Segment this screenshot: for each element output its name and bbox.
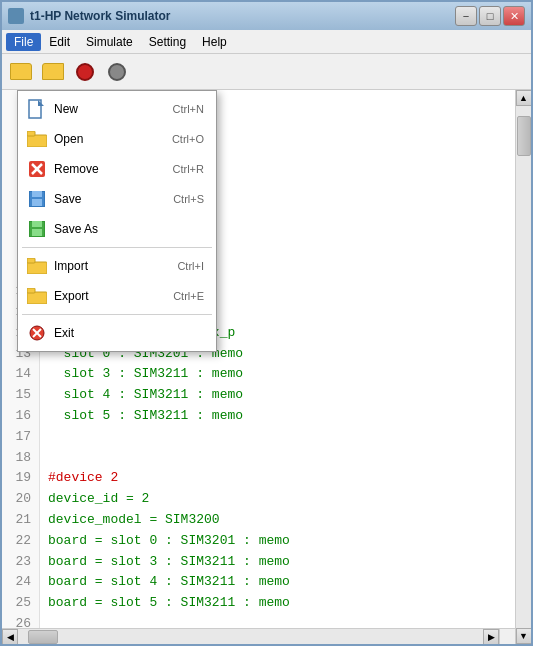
svg-rect-12 xyxy=(32,229,42,236)
record-red-icon xyxy=(76,63,94,81)
menu-separator-2 xyxy=(22,314,212,315)
menu-item-saveas[interactable]: Save As xyxy=(18,214,216,244)
exit-icon xyxy=(26,322,48,344)
exit-label: Exit xyxy=(54,326,184,340)
folder-open-icon xyxy=(42,63,64,80)
save-icon xyxy=(26,188,48,210)
folder-closed-icon xyxy=(10,63,32,80)
menu-item-import[interactable]: Import Ctrl+I xyxy=(18,251,216,281)
export-label: Export xyxy=(54,289,153,303)
import-label: Import xyxy=(54,259,157,273)
app-icon xyxy=(8,8,24,24)
svg-rect-13 xyxy=(27,262,47,274)
menu-bar: File Edit Simulate Setting Help xyxy=(2,30,531,54)
menu-setting[interactable]: Setting xyxy=(141,33,194,51)
svg-rect-3 xyxy=(27,131,35,136)
menu-help[interactable]: Help xyxy=(194,33,235,51)
minimize-button[interactable]: − xyxy=(455,6,477,26)
dropdown-overlay: New Ctrl+N Open Ctrl+O xyxy=(2,90,531,644)
open-shortcut: Ctrl+O xyxy=(172,133,204,145)
file-dropdown-menu: New Ctrl+N Open Ctrl+O xyxy=(17,90,217,352)
menu-item-open[interactable]: Open Ctrl+O xyxy=(18,124,216,154)
new-shortcut: Ctrl+N xyxy=(173,103,204,115)
save-label: Save xyxy=(54,192,153,206)
menu-item-remove[interactable]: Remove Ctrl+R xyxy=(18,154,216,184)
toolbar-record-gray-btn[interactable] xyxy=(102,58,132,86)
menu-separator-1 xyxy=(22,247,212,248)
export-icon xyxy=(26,285,48,307)
main-area: 7 8 9 10 11 12 13 14 15 16 17 18 19 20 2… xyxy=(2,90,531,644)
svg-rect-11 xyxy=(32,221,42,227)
main-window: t1-HP Network Simulator − □ ✕ File Edit … xyxy=(0,0,533,646)
new-icon xyxy=(26,98,48,120)
svg-rect-9 xyxy=(32,199,42,206)
close-button[interactable]: ✕ xyxy=(503,6,525,26)
menu-file[interactable]: File xyxy=(6,33,41,51)
svg-rect-2 xyxy=(27,135,47,147)
open-icon xyxy=(26,128,48,150)
saveas-icon xyxy=(26,218,48,240)
record-gray-icon xyxy=(108,63,126,81)
title-bar: t1-HP Network Simulator − □ ✕ xyxy=(2,2,531,30)
toolbar-open-folder-btn[interactable] xyxy=(38,58,68,86)
new-label: New xyxy=(54,102,153,116)
menu-edit[interactable]: Edit xyxy=(41,33,78,51)
remove-icon xyxy=(26,158,48,180)
import-shortcut: Ctrl+I xyxy=(177,260,204,272)
menu-item-exit[interactable]: Exit xyxy=(18,318,216,348)
menu-item-save[interactable]: Save Ctrl+S xyxy=(18,184,216,214)
remove-shortcut: Ctrl+R xyxy=(173,163,204,175)
remove-label: Remove xyxy=(54,162,153,176)
maximize-button[interactable]: □ xyxy=(479,6,501,26)
export-shortcut: Ctrl+E xyxy=(173,290,204,302)
toolbar-record-red-btn[interactable] xyxy=(70,58,100,86)
import-icon xyxy=(26,255,48,277)
menu-simulate[interactable]: Simulate xyxy=(78,33,141,51)
svg-rect-15 xyxy=(27,292,47,304)
menu-item-new[interactable]: New Ctrl+N xyxy=(18,94,216,124)
toolbar xyxy=(2,54,531,90)
window-title: t1-HP Network Simulator xyxy=(30,9,455,23)
toolbar-new-folder-btn[interactable] xyxy=(6,58,36,86)
open-label: Open xyxy=(54,132,152,146)
menu-item-export[interactable]: Export Ctrl+E xyxy=(18,281,216,311)
svg-rect-8 xyxy=(32,191,42,197)
saveas-label: Save As xyxy=(54,222,184,236)
svg-rect-14 xyxy=(27,258,35,263)
svg-rect-16 xyxy=(27,288,35,293)
save-shortcut: Ctrl+S xyxy=(173,193,204,205)
window-controls: − □ ✕ xyxy=(455,6,525,26)
